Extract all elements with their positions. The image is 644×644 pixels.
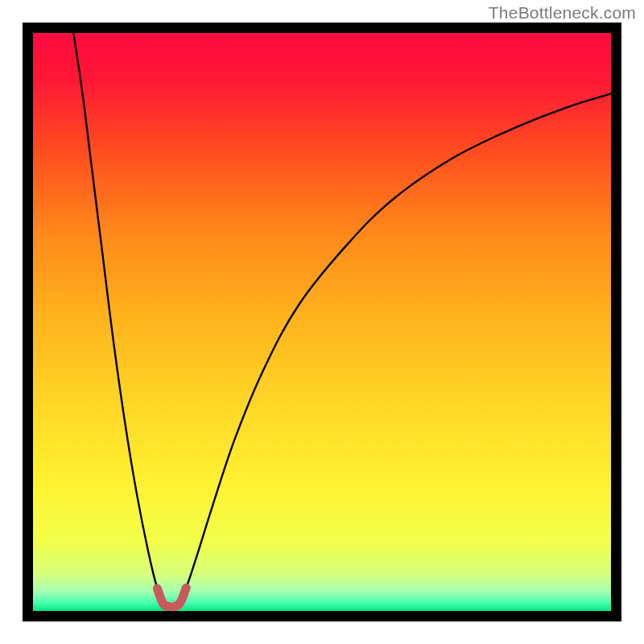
chart-canvas (23, 23, 621, 621)
gradient-background (33, 33, 611, 611)
watermark-label: TheBottleneck.com (489, 3, 636, 23)
chart-frame (23, 23, 621, 621)
